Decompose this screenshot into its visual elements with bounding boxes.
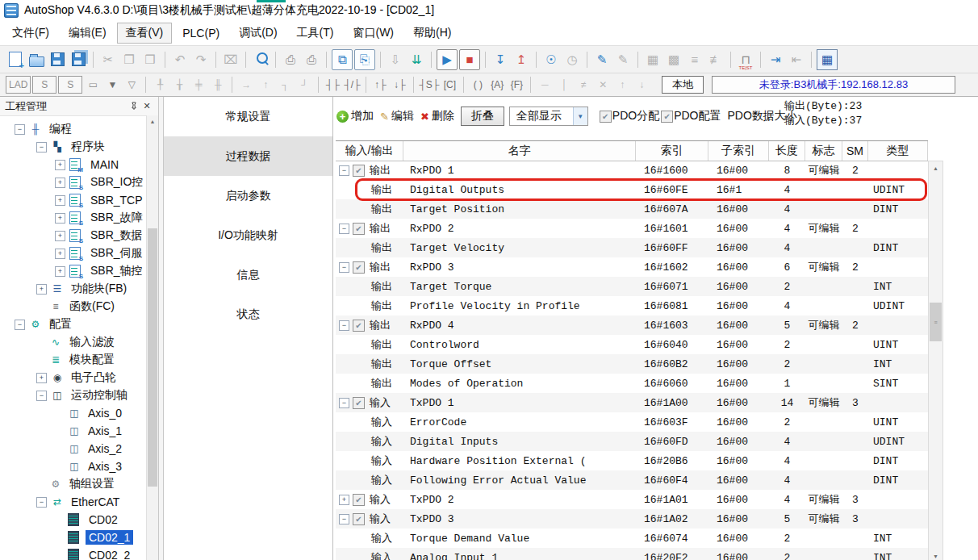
- pdo-assign-checkbox[interactable]: ✔ PDO分配: [600, 109, 659, 123]
- timer-icon[interactable]: ◷: [562, 50, 582, 69]
- tree-item-CD02_1[interactable]: CD02_1: [0, 529, 158, 546]
- collapse-icon[interactable]: −: [339, 320, 349, 331]
- column-header-4[interactable]: 长度: [769, 141, 805, 161]
- line-up-icon[interactable]: ↑: [257, 77, 274, 93]
- no-contact-icon[interactable]: ┤├: [324, 77, 341, 93]
- hline-icon[interactable]: ─: [536, 77, 554, 93]
- tree-item-编程[interactable]: −╫编程: [0, 120, 158, 138]
- tree-item-Axis_1[interactable]: ◫Axis_1: [0, 422, 158, 440]
- cut-icon[interactable]: ✂: [98, 50, 118, 69]
- tree-item-配置[interactable]: −⚙配置: [0, 316, 158, 333]
- nav-item-3[interactable]: I/O功能映射: [164, 215, 332, 255]
- scroll-up-icon[interactable]: ▲: [147, 115, 158, 127]
- move-up-icon[interactable]: ↑: [613, 77, 631, 93]
- table-row[interactable]: −✔输出RxPDO 316#160216#006可编辑2: [336, 257, 928, 277]
- table-row[interactable]: 输出Controlword16#604016#002UINT: [336, 335, 928, 354]
- logout-icon[interactable]: ⇤: [787, 50, 806, 69]
- tree-item-SBR_TCP[interactable]: +SBR_TCP: [0, 191, 158, 209]
- pdo-checkbox[interactable]: ✔: [353, 494, 365, 506]
- down-triangle-outline-icon[interactable]: ▽: [123, 77, 140, 93]
- contact-parallel-icon[interactable]: ╪: [190, 77, 207, 93]
- line-corner-up-icon[interactable]: ┘: [295, 77, 313, 93]
- pin-icon[interactable]: [127, 102, 140, 111]
- table-row[interactable]: 输出Target Position16#607A16#004DINT: [336, 199, 928, 219]
- nav-item-2[interactable]: 启动参数: [164, 176, 332, 215]
- table-row[interactable]: 输出Modes of Operation16#606016#001SINT: [336, 374, 928, 393]
- save-icon[interactable]: [48, 50, 67, 69]
- edit-button[interactable]: ✎ 编辑: [380, 109, 414, 123]
- collapse-icon[interactable]: −: [15, 124, 25, 135]
- column-header-6[interactable]: SM: [842, 141, 868, 161]
- monitor-icon[interactable]: ☉: [541, 50, 561, 69]
- table-row[interactable]: −✔输出RxPDO 416#160316#005可编辑2: [336, 316, 928, 335]
- collapse-icon[interactable]: −: [339, 262, 349, 273]
- counter-icon[interactable]: [C]: [441, 77, 458, 93]
- contact-parallel2-icon[interactable]: ╫: [209, 77, 227, 93]
- table-row[interactable]: −✔输出RxPDO 216#160116#004可编辑2: [336, 219, 928, 238]
- tree-item-SBR_轴控[interactable]: +SBR_轴控: [0, 262, 158, 280]
- download-plc-icon[interactable]: ↧: [491, 50, 510, 69]
- sidebar-scrollbar[interactable]: ▲: [146, 115, 158, 560]
- expand-icon[interactable]: +: [55, 249, 65, 259]
- table-row[interactable]: −✔输入TxPDO 316#1A0216#005可编辑3: [336, 509, 928, 529]
- output-coil-icon[interactable]: ( ): [469, 77, 487, 93]
- column-header-7[interactable]: 类型: [868, 141, 928, 161]
- scroll-down-icon[interactable]: ▼: [929, 550, 942, 560]
- compare-doc-icon[interactable]: ⇊: [407, 50, 426, 69]
- export-window-icon[interactable]: ⎘: [354, 49, 375, 70]
- sfc-view-button[interactable]: S: [58, 76, 82, 94]
- pdo-checkbox[interactable]: ✔: [353, 223, 365, 235]
- dropdown-arrow-icon[interactable]: ▼: [573, 107, 587, 125]
- expand-icon[interactable]: +: [55, 160, 65, 170]
- tree-item-输入滤波[interactable]: ∿输入滤波: [0, 333, 158, 351]
- add-button[interactable]: + 增加: [336, 109, 374, 123]
- collapse-icon[interactable]: −: [339, 398, 349, 408]
- new-file-icon[interactable]: [6, 50, 25, 69]
- tree-item-CD02_2[interactable]: CD02_2: [0, 546, 158, 560]
- expand-icon[interactable]: +: [55, 195, 65, 206]
- search-icon[interactable]: [251, 50, 270, 69]
- tree-item-Axis_0[interactable]: ◫Axis_0: [0, 404, 158, 422]
- io-panel-icon[interactable]: ▦: [817, 49, 838, 70]
- tree-item-MAIN[interactable]: +MAIN: [0, 156, 158, 173]
- func-block-f-icon[interactable]: {F}: [508, 77, 525, 93]
- tree-item-EtherCAT[interactable]: −⇄EtherCAT: [0, 493, 158, 511]
- nav-item-1[interactable]: 过程数据: [164, 136, 332, 176]
- menu-item-4[interactable]: 调试(D): [230, 23, 286, 44]
- menu-item-6[interactable]: 窗口(W): [344, 23, 403, 44]
- copy-icon[interactable]: ❐: [119, 50, 139, 69]
- tree-item-Axis_2[interactable]: ◫Axis_2: [0, 440, 158, 458]
- undo-icon[interactable]: ↶: [170, 50, 190, 69]
- open-project-icon[interactable]: [27, 50, 46, 69]
- delete-button[interactable]: ✖ 删除: [420, 109, 454, 123]
- table-row[interactable]: 输出Target Velocity16#60FF16#004DINT: [336, 238, 928, 257]
- table-scrollbar[interactable]: ▲ ≡ ▼: [928, 161, 943, 560]
- scrollbar-thumb[interactable]: ≡: [930, 303, 942, 341]
- tree-item-Axis_3[interactable]: ◫Axis_3: [0, 458, 158, 475]
- collapse-icon[interactable]: −: [15, 320, 25, 330]
- scroll-up-icon[interactable]: ▲: [929, 161, 942, 174]
- expand-icon[interactable]: +: [339, 495, 349, 505]
- import-doc-icon[interactable]: ⇩: [386, 50, 405, 69]
- edit-offline-icon[interactable]: ✎: [613, 50, 633, 69]
- delete-line-icon[interactable]: ≠: [575, 77, 592, 93]
- table-row[interactable]: 输出Torque Offset16#60B216#002INT: [336, 354, 928, 374]
- paste-icon[interactable]: ❒: [140, 50, 160, 69]
- line-right-icon[interactable]: →: [237, 77, 255, 93]
- menu-item-0[interactable]: 文件(F): [3, 23, 58, 44]
- collapse-icon[interactable]: −: [36, 142, 47, 153]
- lad-view-button[interactable]: LAD: [6, 76, 31, 94]
- expand-icon[interactable]: +: [36, 284, 47, 295]
- collapse-button[interactable]: 折叠: [461, 107, 504, 126]
- set-coil-icon[interactable]: ┤S├: [419, 77, 439, 93]
- nav-item-5[interactable]: 状态: [164, 295, 332, 334]
- print-preview-icon[interactable]: ⎙: [281, 50, 300, 69]
- table-row[interactable]: −✔输出RxPDO 116#160016#008可编辑2: [336, 161, 928, 180]
- save-all-icon[interactable]: [69, 50, 88, 69]
- expand-icon[interactable]: +: [55, 231, 65, 241]
- tree-item-轴组设置[interactable]: ⚙轴组设置: [0, 475, 158, 493]
- delete-row-icon[interactable]: ≢: [706, 50, 725, 69]
- table-row[interactable]: 输出Target Torque16#607116#002INT: [336, 277, 928, 296]
- table-row[interactable]: 输入Following Error Actual Value16#60F416#…: [336, 470, 928, 490]
- column-header-3[interactable]: 子索引: [708, 141, 769, 161]
